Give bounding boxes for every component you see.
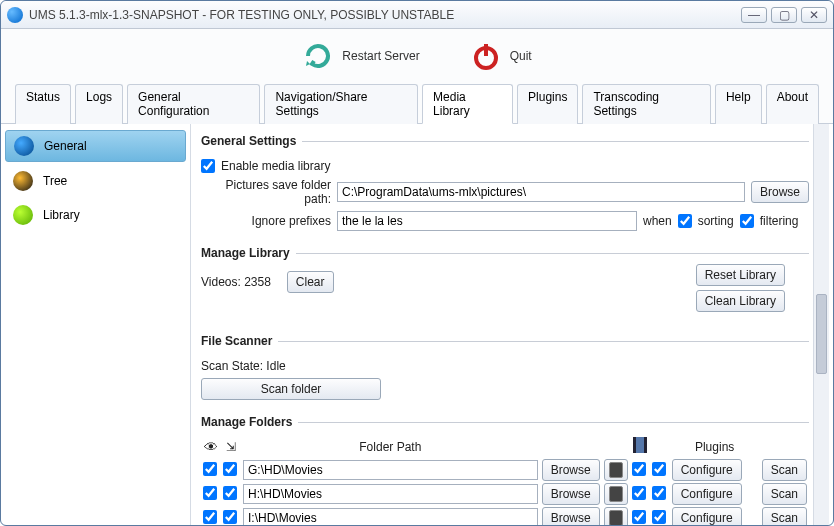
- titlebar: UMS 5.1.3-mlx-1.3-SNAPSHOT - FOR TESTING…: [1, 1, 833, 29]
- tab-media-library[interactable]: Media Library: [422, 84, 513, 124]
- manage-folders-legend: Manage Folders: [201, 415, 298, 429]
- folder-scan-button[interactable]: Scan: [762, 507, 807, 526]
- visible-icon: 👁: [204, 439, 218, 455]
- tab-help[interactable]: Help: [715, 84, 762, 124]
- minus-icon: [609, 462, 623, 478]
- pictures-path-label: Pictures save folder path:: [201, 178, 331, 206]
- minus-icon: [609, 486, 623, 502]
- table-row: BrowseConfigureScan: [201, 458, 809, 482]
- folder-path-header: Folder Path: [241, 435, 540, 458]
- minus-icon: [609, 510, 623, 526]
- folder-browse-button[interactable]: Browse: [542, 483, 600, 505]
- power-icon: [470, 40, 502, 72]
- app-icon: [7, 7, 23, 23]
- sorting-label: sorting: [698, 214, 734, 228]
- restart-server-button[interactable]: Restart Server: [302, 40, 419, 72]
- table-row: BrowseConfigureScan: [201, 482, 809, 506]
- enable-media-library-label: Enable media library: [221, 159, 330, 173]
- folder-plugin-checkbox[interactable]: [652, 462, 666, 476]
- tab-logs[interactable]: Logs: [75, 84, 123, 124]
- folder-remove-button[interactable]: [604, 507, 628, 526]
- tab-about[interactable]: About: [766, 84, 819, 124]
- sidebar-item-label: Library: [43, 208, 80, 222]
- folder-path-input[interactable]: [243, 484, 538, 504]
- ignore-prefixes-label: Ignore prefixes: [201, 214, 331, 228]
- folders-header-row: 👁 ⇲ Folder Path Plugins: [201, 435, 809, 458]
- file-scanner-group: File Scanner Scan State: Idle Scan folde…: [201, 334, 809, 405]
- scan-folder-button[interactable]: Scan folder: [201, 378, 381, 400]
- folder-path-input[interactable]: [243, 460, 538, 480]
- filtering-label: filtering: [760, 214, 799, 228]
- folder-sub-checkbox[interactable]: [223, 510, 237, 524]
- folder-remove-button[interactable]: [604, 483, 628, 505]
- folder-browse-button[interactable]: Browse: [542, 459, 600, 481]
- scrollbar[interactable]: [813, 124, 829, 526]
- content-pane: General Settings Enable media library Pi…: [191, 124, 833, 526]
- clean-library-button[interactable]: Clean Library: [696, 290, 785, 312]
- folder-video-checkbox[interactable]: [632, 486, 646, 500]
- restart-icon: [302, 40, 334, 72]
- sidebar-item-library[interactable]: Library: [1, 198, 190, 232]
- sidebar: GeneralTreeLibrary: [1, 124, 191, 526]
- sidebar-item-label: Tree: [43, 174, 67, 188]
- folder-visible-checkbox[interactable]: [203, 486, 217, 500]
- folder-plugin-checkbox[interactable]: [652, 510, 666, 524]
- folder-configure-button[interactable]: Configure: [672, 483, 742, 505]
- folder-browse-button[interactable]: Browse: [542, 507, 600, 526]
- folder-video-checkbox[interactable]: [632, 510, 646, 524]
- tab-transcoding-settings[interactable]: Transcoding Settings: [582, 84, 711, 124]
- filtering-checkbox[interactable]: [740, 214, 754, 228]
- folder-remove-button[interactable]: [604, 459, 628, 481]
- file-scanner-legend: File Scanner: [201, 334, 278, 348]
- enable-media-library-checkbox[interactable]: [201, 159, 215, 173]
- close-button[interactable]: ✕: [801, 7, 827, 23]
- pictures-path-input[interactable]: [337, 182, 745, 202]
- tab-plugins[interactable]: Plugins: [517, 84, 578, 124]
- manage-folders-group: Manage Folders 👁 ⇲ Folder Path Plugins B…: [201, 415, 809, 526]
- toolbar: Restart Server Quit: [1, 29, 833, 83]
- gear-icon: [14, 136, 34, 156]
- general-legend: General Settings: [201, 134, 302, 148]
- quit-label: Quit: [510, 49, 532, 63]
- ignore-prefixes-input[interactable]: [337, 211, 637, 231]
- lib-icon: [13, 205, 33, 225]
- tab-general-configuration[interactable]: General Configuration: [127, 84, 260, 124]
- tree-icon: [13, 171, 33, 191]
- folder-visible-checkbox[interactable]: [203, 510, 217, 524]
- videos-count: Videos: 2358: [201, 275, 271, 289]
- folder-path-input[interactable]: [243, 508, 538, 526]
- folder-configure-button[interactable]: Configure: [672, 459, 742, 481]
- folders-table: 👁 ⇲ Folder Path Plugins BrowseConfigureS…: [201, 435, 809, 526]
- sidebar-item-label: General: [44, 139, 87, 153]
- quit-button[interactable]: Quit: [470, 40, 532, 72]
- sorting-checkbox[interactable]: [678, 214, 692, 228]
- tab-status[interactable]: Status: [15, 84, 71, 124]
- general-settings-group: General Settings Enable media library Pi…: [201, 134, 809, 236]
- restart-label: Restart Server: [342, 49, 419, 63]
- tab-bar: StatusLogsGeneral ConfigurationNavigatio…: [1, 83, 833, 124]
- manage-library-legend: Manage Library: [201, 246, 296, 260]
- folder-configure-button[interactable]: Configure: [672, 507, 742, 526]
- browse-pictures-button[interactable]: Browse: [751, 181, 809, 203]
- folder-plugin-checkbox[interactable]: [652, 486, 666, 500]
- folder-video-checkbox[interactable]: [632, 462, 646, 476]
- subfolder-icon: ⇲: [226, 440, 236, 454]
- window-title: UMS 5.1.3-mlx-1.3-SNAPSHOT - FOR TESTING…: [29, 8, 737, 22]
- folder-visible-checkbox[interactable]: [203, 462, 217, 476]
- folder-scan-button[interactable]: Scan: [762, 459, 807, 481]
- clear-button[interactable]: Clear: [287, 271, 334, 293]
- reset-library-button[interactable]: Reset Library: [696, 264, 785, 286]
- sidebar-item-general[interactable]: General: [5, 130, 186, 162]
- folder-sub-checkbox[interactable]: [223, 462, 237, 476]
- table-row: BrowseConfigureScan: [201, 506, 809, 526]
- folder-sub-checkbox[interactable]: [223, 486, 237, 500]
- maximize-button[interactable]: ▢: [771, 7, 797, 23]
- sidebar-item-tree[interactable]: Tree: [1, 164, 190, 198]
- minimize-button[interactable]: —: [741, 7, 767, 23]
- scrollbar-thumb[interactable]: [816, 294, 827, 374]
- scan-state: Scan State: Idle: [201, 359, 286, 373]
- folder-scan-button[interactable]: Scan: [762, 483, 807, 505]
- when-label: when: [643, 214, 672, 228]
- tab-navigation-share-settings[interactable]: Navigation/Share Settings: [264, 84, 418, 124]
- video-icon: [633, 437, 647, 453]
